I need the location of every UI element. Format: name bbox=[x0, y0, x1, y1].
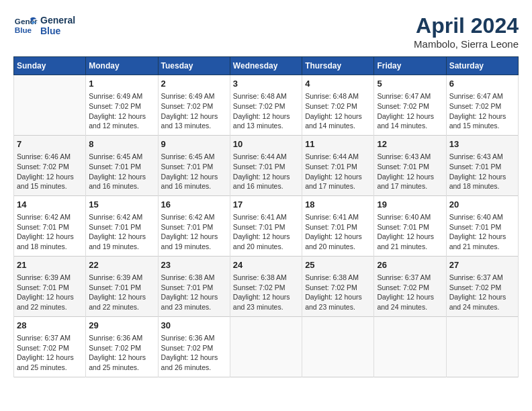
day-info: Sunrise: 6:48 AMSunset: 7:02 PMDaylight:… bbox=[305, 91, 371, 131]
day-info: Sunrise: 6:43 AMSunset: 7:01 PMDaylight:… bbox=[377, 152, 443, 191]
day-number: 23 bbox=[161, 259, 227, 271]
calendar-cell: 23Sunrise: 6:38 AMSunset: 7:01 PMDayligh… bbox=[158, 256, 230, 316]
calendar-cell: 21Sunrise: 6:39 AMSunset: 7:01 PMDayligh… bbox=[14, 256, 86, 316]
day-number: 24 bbox=[233, 259, 299, 271]
header: General Blue General Blue April 2024 Mam… bbox=[13, 13, 519, 50]
day-number: 3 bbox=[233, 78, 299, 90]
day-info: Sunrise: 6:37 AMSunset: 7:02 PMDaylight:… bbox=[449, 273, 515, 312]
calendar-week-row: 1Sunrise: 6:49 AMSunset: 7:02 PMDaylight… bbox=[14, 75, 519, 136]
calendar-cell: 26Sunrise: 6:37 AMSunset: 7:02 PMDayligh… bbox=[374, 256, 446, 316]
day-info: Sunrise: 6:44 AMSunset: 7:01 PMDaylight:… bbox=[305, 152, 371, 191]
calendar-cell: 8Sunrise: 6:45 AMSunset: 7:01 PMDaylight… bbox=[86, 135, 158, 195]
day-number: 13 bbox=[449, 138, 515, 150]
calendar-week-row: 28Sunrise: 6:37 AMSunset: 7:02 PMDayligh… bbox=[14, 316, 519, 377]
day-info: Sunrise: 6:47 AMSunset: 7:02 PMDaylight:… bbox=[377, 91, 443, 131]
calendar-cell bbox=[230, 316, 302, 377]
calendar-cell: 14Sunrise: 6:42 AMSunset: 7:01 PMDayligh… bbox=[14, 195, 86, 256]
calendar-cell: 15Sunrise: 6:42 AMSunset: 7:01 PMDayligh… bbox=[86, 195, 158, 256]
day-number: 9 bbox=[161, 138, 227, 150]
day-number: 16 bbox=[161, 199, 227, 211]
day-number: 26 bbox=[377, 259, 443, 271]
header-saturday: Saturday bbox=[446, 57, 518, 75]
calendar-table: SundayMondayTuesdayWednesdayThursdayFrid… bbox=[13, 56, 519, 377]
day-number: 1 bbox=[89, 78, 154, 90]
calendar-cell: 2Sunrise: 6:49 AMSunset: 7:02 PMDaylight… bbox=[158, 75, 230, 136]
day-number: 21 bbox=[17, 259, 83, 271]
calendar-cell: 25Sunrise: 6:38 AMSunset: 7:02 PMDayligh… bbox=[302, 256, 374, 316]
calendar-cell: 5Sunrise: 6:47 AMSunset: 7:02 PMDaylight… bbox=[374, 75, 446, 136]
day-info: Sunrise: 6:41 AMSunset: 7:01 PMDaylight:… bbox=[233, 212, 299, 252]
day-info: Sunrise: 6:39 AMSunset: 7:01 PMDaylight:… bbox=[17, 273, 83, 312]
day-number: 20 bbox=[449, 199, 515, 211]
calendar-header-row: SundayMondayTuesdayWednesdayThursdayFrid… bbox=[14, 57, 519, 75]
day-number: 7 bbox=[17, 138, 83, 150]
calendar-week-row: 21Sunrise: 6:39 AMSunset: 7:01 PMDayligh… bbox=[14, 256, 519, 316]
day-info: Sunrise: 6:36 AMSunset: 7:02 PMDaylight:… bbox=[161, 333, 227, 373]
calendar-cell: 12Sunrise: 6:43 AMSunset: 7:01 PMDayligh… bbox=[374, 135, 446, 195]
day-number: 29 bbox=[89, 320, 154, 332]
header-tuesday: Tuesday bbox=[158, 57, 230, 75]
calendar-cell: 18Sunrise: 6:41 AMSunset: 7:01 PMDayligh… bbox=[302, 195, 374, 256]
header-sunday: Sunday bbox=[14, 57, 86, 75]
calendar-cell bbox=[302, 316, 374, 377]
day-info: Sunrise: 6:40 AMSunset: 7:01 PMDaylight:… bbox=[377, 212, 443, 252]
page-subtitle: Mambolo, Sierra Leone bbox=[414, 38, 519, 50]
calendar-cell: 6Sunrise: 6:47 AMSunset: 7:02 PMDaylight… bbox=[446, 75, 518, 136]
day-info: Sunrise: 6:37 AMSunset: 7:02 PMDaylight:… bbox=[17, 333, 83, 373]
title-area: April 2024 Mambolo, Sierra Leone bbox=[414, 13, 519, 50]
day-number: 10 bbox=[233, 138, 299, 150]
day-info: Sunrise: 6:39 AMSunset: 7:01 PMDaylight:… bbox=[89, 273, 154, 312]
svg-text:Blue: Blue bbox=[15, 26, 32, 34]
day-info: Sunrise: 6:45 AMSunset: 7:01 PMDaylight:… bbox=[89, 152, 154, 191]
day-info: Sunrise: 6:46 AMSunset: 7:02 PMDaylight:… bbox=[17, 152, 83, 191]
calendar-cell: 10Sunrise: 6:44 AMSunset: 7:01 PMDayligh… bbox=[230, 135, 302, 195]
day-info: Sunrise: 6:41 AMSunset: 7:01 PMDaylight:… bbox=[305, 212, 371, 252]
calendar-cell: 7Sunrise: 6:46 AMSunset: 7:02 PMDaylight… bbox=[14, 135, 86, 195]
calendar-cell: 9Sunrise: 6:45 AMSunset: 7:01 PMDaylight… bbox=[158, 135, 230, 195]
calendar-week-row: 14Sunrise: 6:42 AMSunset: 7:01 PMDayligh… bbox=[14, 195, 519, 256]
logo: General Blue General Blue bbox=[13, 13, 75, 38]
day-info: Sunrise: 6:44 AMSunset: 7:01 PMDaylight:… bbox=[233, 152, 299, 191]
calendar-cell: 29Sunrise: 6:36 AMSunset: 7:02 PMDayligh… bbox=[86, 316, 158, 377]
calendar-cell: 30Sunrise: 6:36 AMSunset: 7:02 PMDayligh… bbox=[158, 316, 230, 377]
day-info: Sunrise: 6:42 AMSunset: 7:01 PMDaylight:… bbox=[161, 212, 227, 252]
logo-icon: General Blue bbox=[13, 13, 38, 38]
day-info: Sunrise: 6:49 AMSunset: 7:02 PMDaylight:… bbox=[89, 91, 154, 131]
calendar-cell: 28Sunrise: 6:37 AMSunset: 7:02 PMDayligh… bbox=[14, 316, 86, 377]
header-wednesday: Wednesday bbox=[230, 57, 302, 75]
day-number: 4 bbox=[305, 78, 371, 90]
day-info: Sunrise: 6:43 AMSunset: 7:01 PMDaylight:… bbox=[449, 152, 515, 191]
day-number: 11 bbox=[305, 138, 371, 150]
calendar-cell: 20Sunrise: 6:40 AMSunset: 7:01 PMDayligh… bbox=[446, 195, 518, 256]
day-info: Sunrise: 6:49 AMSunset: 7:02 PMDaylight:… bbox=[161, 91, 227, 131]
day-info: Sunrise: 6:45 AMSunset: 7:01 PMDaylight:… bbox=[161, 152, 227, 191]
header-friday: Friday bbox=[374, 57, 446, 75]
calendar-cell: 19Sunrise: 6:40 AMSunset: 7:01 PMDayligh… bbox=[374, 195, 446, 256]
calendar-cell bbox=[14, 75, 86, 136]
calendar-cell: 24Sunrise: 6:38 AMSunset: 7:02 PMDayligh… bbox=[230, 256, 302, 316]
calendar-cell: 11Sunrise: 6:44 AMSunset: 7:01 PMDayligh… bbox=[302, 135, 374, 195]
calendar-cell: 16Sunrise: 6:42 AMSunset: 7:01 PMDayligh… bbox=[158, 195, 230, 256]
day-info: Sunrise: 6:42 AMSunset: 7:01 PMDaylight:… bbox=[17, 212, 83, 252]
day-number: 22 bbox=[89, 259, 154, 271]
day-number: 5 bbox=[377, 78, 443, 90]
calendar-cell: 22Sunrise: 6:39 AMSunset: 7:01 PMDayligh… bbox=[86, 256, 158, 316]
logo-text: General Blue bbox=[40, 15, 75, 36]
header-monday: Monday bbox=[86, 57, 158, 75]
day-number: 2 bbox=[161, 78, 227, 90]
day-info: Sunrise: 6:38 AMSunset: 7:02 PMDaylight:… bbox=[233, 273, 299, 312]
day-info: Sunrise: 6:40 AMSunset: 7:01 PMDaylight:… bbox=[449, 212, 515, 252]
day-number: 14 bbox=[17, 199, 83, 211]
header-thursday: Thursday bbox=[302, 57, 374, 75]
calendar-cell: 1Sunrise: 6:49 AMSunset: 7:02 PMDaylight… bbox=[86, 75, 158, 136]
day-number: 27 bbox=[449, 259, 515, 271]
day-number: 18 bbox=[305, 199, 371, 211]
calendar-cell: 3Sunrise: 6:48 AMSunset: 7:02 PMDaylight… bbox=[230, 75, 302, 136]
day-number: 6 bbox=[449, 78, 515, 90]
day-info: Sunrise: 6:37 AMSunset: 7:02 PMDaylight:… bbox=[377, 273, 443, 312]
day-info: Sunrise: 6:38 AMSunset: 7:01 PMDaylight:… bbox=[161, 273, 227, 312]
calendar-cell bbox=[374, 316, 446, 377]
day-info: Sunrise: 6:47 AMSunset: 7:02 PMDaylight:… bbox=[449, 91, 515, 131]
day-info: Sunrise: 6:36 AMSunset: 7:02 PMDaylight:… bbox=[89, 333, 154, 373]
day-number: 12 bbox=[377, 138, 443, 150]
